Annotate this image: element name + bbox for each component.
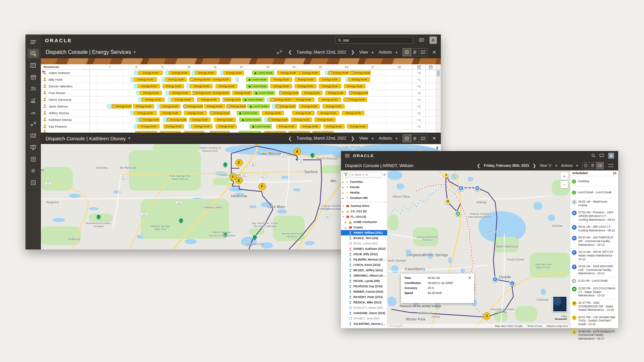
gantt-activity-energy-audit[interactable]: Energy Audit — [192, 91, 211, 95]
gantt-travel-segment[interactable] — [166, 91, 169, 95]
expand-icon[interactable]: ▶ — [342, 186, 345, 189]
gantt-activity-energy-audit[interactable]: Energy Audit — [210, 111, 231, 115]
calendar-icon[interactable] — [426, 64, 436, 69]
global-search[interactable] — [336, 37, 413, 44]
map-pin-A[interactable]: A — [294, 148, 301, 157]
tree-item-fl-usa-4[interactable]: ▼FL, USA (4) — [341, 214, 387, 219]
scheduled-item[interactable]: A06:52 AM - Warehouse Activity — [570, 198, 618, 209]
sidebar-item-calendar[interactable] — [27, 72, 39, 82]
gantt-travel-segment[interactable] — [166, 71, 169, 75]
gantt-activity-energy-audit[interactable]: Energy Audit — [328, 71, 349, 75]
sidebar-item-dispatch-console[interactable] — [27, 49, 39, 58]
gantt-activity-energy-audit[interactable]: Energy Audit — [210, 131, 230, 133]
tree-item-sansone-glenn-3-10[interactable]: SANSONE, Glenn (3/10) — [341, 310, 387, 316]
gantt-activity-energy-audit[interactable]: Energy Audit — [349, 91, 368, 95]
activity-marker-D[interactable]: D — [475, 185, 480, 191]
gantt-activity-lunch-break[interactable]: Lunch break — [247, 104, 270, 108]
sidebar-item-hamburger-menu[interactable] — [27, 37, 39, 47]
gantt-activity-energy-audit[interactable]: Energy Audit — [165, 77, 187, 82]
tree-item-peake-lynda-4-9[interactable]: PEAKE, Lynda (4/9) — [341, 278, 387, 284]
tree-item-reiner-fannie-3-10[interactable]: REINER, Fannie (3/10) — [341, 289, 387, 294]
gantt-activity-energy-audit[interactable]: Energy Audit — [138, 71, 163, 75]
gantt-activity-energy-audit[interactable]: Energy Audit — [299, 71, 320, 75]
tree-item-mcgee-jeffery-4-11[interactable]: MCGEE, Jeffery (4/11) — [341, 268, 387, 273]
gantt-activity-energy-audit[interactable]: Energy Audit — [163, 124, 184, 129]
gantt-activity-energy-audit[interactable]: Energy Audit — [324, 124, 345, 129]
resource-search-box[interactable] — [350, 172, 382, 177]
activity-marker-C[interactable]: C — [492, 276, 498, 282]
gantt-activity-energy-audit[interactable]: Energy Audit — [323, 104, 345, 108]
tree-item-holm-billy-3-12[interactable]: HOLM, Billy (3/12) — [341, 251, 387, 257]
tree-item-disney-kathleen-3-12[interactable]: DISNEY, Kathleen (3/12) — [341, 246, 387, 251]
gantt-activity-energy-audit[interactable]: Energy Audit — [171, 97, 194, 102]
route-view-icon[interactable] — [276, 49, 284, 56]
tree-item-acme-contractor[interactable]: ▶ACME Contractor — [341, 219, 387, 225]
gantt-travel-segment[interactable] — [345, 77, 348, 82]
date-label[interactable]: Tuesday, March 22nd, 2022 — [297, 50, 346, 55]
gantt-activity-energy-audit[interactable]: Energy Audit — [191, 124, 213, 129]
scheduled-item[interactable]: F10:59 AM - 2618 MOHAWK AVE - Commercial… — [570, 263, 618, 277]
gantt-activity-energy-audit[interactable]: Energy Audit — [169, 71, 190, 75]
gantt-travel-segment[interactable] — [136, 91, 140, 95]
gantt-activity-energy-audit[interactable]: Energy Audit — [112, 104, 132, 108]
tree-group-southern-md[interactable]: ▶★Southern MD — [341, 195, 387, 201]
scheduled-item[interactable]: E10:12 AM - 200 W 16TH ST - Water Heater… — [570, 248, 618, 263]
map-pin-J[interactable]: J — [483, 312, 490, 321]
tree-item-arndt-william-3-11[interactable]: ARNDT, William (3/11) — [341, 230, 387, 235]
gantt-resource-cell[interactable]: Adam Ordonez — [41, 70, 90, 76]
sidebar-item-work-orders[interactable] — [27, 154, 39, 164]
gantt-travel-segment[interactable] — [236, 77, 239, 82]
gantt-scrollbar[interactable] — [436, 103, 441, 110]
page-title-2[interactable]: Dispatch Console | Kathleen Disney — [46, 136, 126, 141]
gantt-activity-energy-audit[interactable]: Energy Audit — [299, 104, 320, 108]
activity-marker-F[interactable]: F — [510, 281, 515, 286]
sidebar-item-team[interactable] — [27, 84, 39, 93]
gantt-activity-lunch-break[interactable]: Lunch break — [250, 124, 272, 129]
gantt-scrollbar[interactable] — [436, 130, 441, 133]
gantt-travel-segment[interactable] — [163, 118, 167, 122]
scheduled-item[interactable]: Lunch break - Lunch break — [570, 187, 618, 198]
next-day-button-2[interactable]: ❯ — [351, 136, 355, 141]
scheduled-item[interactable]: D09:30 AM - 202 PINEFIELD DR - Commercia… — [570, 234, 618, 248]
time-view-button-3[interactable] — [582, 162, 589, 169]
gantt-activity-energy-audit[interactable]: Energy Audit — [135, 131, 158, 133]
gantt-activity-energy-audit[interactable]: Energy Audit — [160, 131, 181, 133]
gantt-activity-energy-audit[interactable]: Energy Audit — [292, 97, 314, 102]
gantt-activity-energy-audit[interactable]: Energy Audit — [140, 91, 162, 95]
minimap-thumbnail[interactable] — [552, 296, 567, 312]
map-pin-B[interactable]: B — [253, 144, 260, 146]
tree-item-pearson-kay-3-10[interactable]: PEARSON, Kay (3/10) — [341, 284, 387, 289]
gantt-activity-energy-audit[interactable]: Energy Audit — [195, 71, 217, 75]
gantt-activity-energy-audit[interactable]: Energy Audit — [300, 124, 321, 129]
gantt-activity-energy-audit[interactable]: Energy Audit — [184, 131, 205, 133]
tree-item-riddick-mike-3-12[interactable]: RIDDICK, Mike (3/12) — [341, 300, 387, 305]
gantt-travel-segment[interactable] — [130, 77, 133, 82]
list-view-button-2[interactable] — [411, 135, 419, 142]
scheduled-item[interactable]: G12:55 PM - 213 COACHMAN CT - Water Heat… — [570, 285, 618, 299]
gantt-activity-energy-audit[interactable]: Energy Audit — [189, 118, 211, 122]
gantt-resource-cell[interactable]: Fran Reiner — [41, 90, 90, 96]
gantt-activity-energy-audit[interactable]: Energy Audit — [160, 111, 182, 115]
map3-zoom-out-button[interactable]: − — [561, 181, 568, 188]
scheduled-item[interactable]: B07:52 AM - Premium - 1003 GREEN BRANCH … — [570, 209, 618, 223]
gantt-scrollbar[interactable] — [436, 117, 441, 123]
gantt-activity-energy-audit[interactable]: Energy Audit — [270, 84, 292, 88]
actions-menu-3[interactable]: Actions ▼ — [561, 163, 579, 167]
gantt-resource-cell[interactable]: Dennis Valentino — [41, 83, 90, 89]
close-console-button-2[interactable]: ✕ — [432, 136, 436, 141]
gantt-travel-segment[interactable] — [187, 84, 190, 88]
list-view-button[interactable] — [411, 49, 419, 56]
gantt-scrollbar[interactable] — [436, 90, 441, 96]
search-input[interactable] — [343, 38, 410, 42]
gantt-activity-energy-audit[interactable]: Energy Audit — [275, 104, 296, 108]
hamburger-menu-icon[interactable] — [345, 154, 350, 157]
gantt-resource-cell[interactable] — [41, 130, 90, 133]
gantt-resource-cell[interactable]: Billy Holm — [41, 76, 90, 83]
expand-panels-icon[interactable] — [607, 162, 614, 169]
gantt-activity-energy-audit[interactable]: Energy Audit — [139, 118, 159, 122]
gantt-activity-energy-audit[interactable]: Energy Audit — [317, 111, 339, 115]
gantt-activity-lunch-break[interactable]: Lunch break — [253, 91, 275, 95]
tree-group-nearby[interactable]: ▶★Nearby — [341, 190, 387, 195]
gantt-resource-cell[interactable]: Kathleen Disney — [41, 117, 90, 123]
map-view-button-2[interactable] — [419, 135, 427, 142]
